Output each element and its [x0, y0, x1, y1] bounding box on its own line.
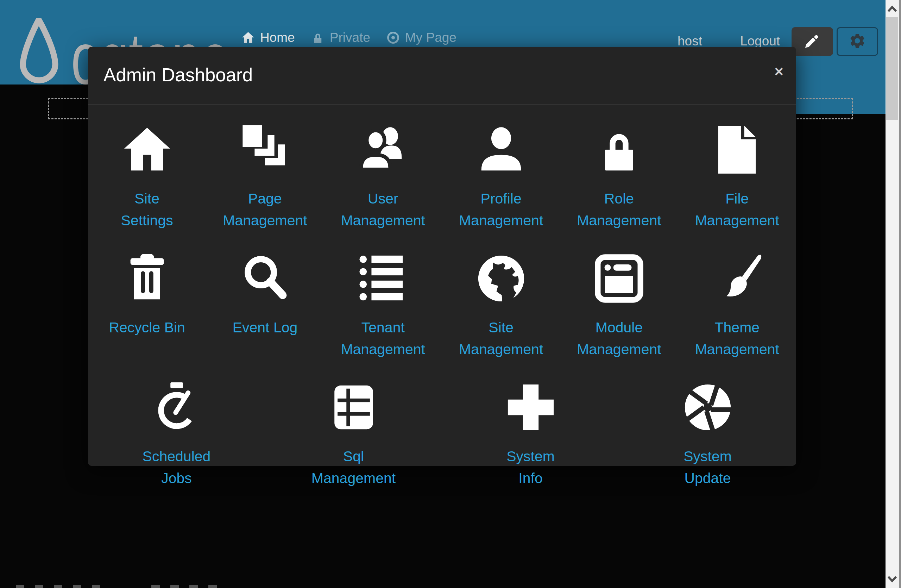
- admin-tile-recycle-bin[interactable]: Recycle Bin: [88, 249, 206, 362]
- tile-label: Event Log: [233, 317, 298, 338]
- tile-label-line: Site: [121, 188, 173, 209]
- admin-tile-file-management[interactable]: FileManagement: [678, 120, 796, 234]
- pencil-icon: [804, 33, 820, 50]
- tile-label-line: System: [507, 445, 555, 467]
- main-nav: Home Private My Page: [242, 30, 457, 45]
- tile-label-line: Management: [577, 338, 661, 360]
- tile-label-line: File: [695, 188, 779, 209]
- gear-icon: [848, 32, 866, 51]
- tile-row: SiteSettings PageManagement UserManageme…: [88, 104, 796, 234]
- admin-tile-scheduled-jobs[interactable]: ScheduledJobs: [88, 378, 265, 491]
- tile-label-line: Tenant: [341, 317, 425, 338]
- home-icon: [121, 120, 173, 179]
- admin-tile-grid: SiteSettings PageManagement UserManageme…: [88, 104, 796, 491]
- tile-row: ScheduledJobs SqlManagementSystemInfo: [88, 362, 796, 491]
- admin-tile-tenant-management[interactable]: TenantManagement: [324, 249, 442, 362]
- tile-label: ProfileManagement: [459, 188, 543, 231]
- plus-icon: [505, 378, 557, 437]
- lock-icon: [593, 120, 645, 179]
- brush-icon: [711, 249, 763, 308]
- modal-header: Admin Dashboard ×: [88, 47, 796, 104]
- admin-tile-module-management[interactable]: ModuleManagement: [560, 249, 678, 362]
- admin-tile-system-info[interactable]: SystemInfo: [442, 378, 619, 491]
- tile-label-line: Scheduled: [143, 445, 211, 467]
- tile-label-line: Jobs: [143, 467, 211, 489]
- tile-label-line: Management: [695, 209, 779, 231]
- lock-icon: [311, 31, 324, 44]
- tile-label-line: Management: [223, 209, 307, 231]
- tile-label: ModuleManagement: [577, 317, 661, 360]
- tile-label-line: Management: [577, 209, 661, 231]
- window-icon: [593, 249, 645, 308]
- file-icon: [711, 120, 763, 179]
- admin-tile-system-update[interactable]: SystemUpdate: [619, 378, 796, 491]
- timer-icon: [151, 378, 203, 437]
- admin-tile-sql-management[interactable]: SqlManagement: [265, 378, 442, 491]
- scroll-up-icon[interactable]: [885, 1, 899, 17]
- globe-icon: [475, 249, 527, 308]
- tile-label: PageManagement: [223, 188, 307, 231]
- admin-tile-user-management[interactable]: UserManagement: [324, 120, 442, 234]
- shutter-icon: [682, 378, 734, 437]
- admin-tile-site-settings[interactable]: SiteSettings: [88, 120, 206, 234]
- admin-tile-profile-management[interactable]: ProfileManagement: [442, 120, 560, 234]
- scroll-down-icon[interactable]: [885, 571, 899, 587]
- tile-label: SystemUpdate: [683, 445, 732, 489]
- nav-item-label: My Page: [405, 30, 457, 45]
- tile-label-line: Management: [341, 338, 425, 360]
- admin-dashboard-modal: Admin Dashboard × SiteSettings PageManag…: [88, 47, 796, 466]
- admin-tile-theme-management[interactable]: ThemeManagement: [678, 249, 796, 362]
- nav-item-label: Private: [330, 30, 370, 45]
- tile-label: UserManagement: [341, 188, 425, 231]
- clipped-bottom-content: [16, 585, 106, 588]
- tile-label-line: Page: [223, 188, 307, 209]
- tile-label-line: Sql: [312, 445, 396, 467]
- logout-link[interactable]: Logout: [740, 34, 780, 48]
- tile-label-line: Profile: [459, 188, 543, 209]
- tile-label-line: Recycle Bin: [109, 317, 185, 338]
- tile-label-line: Management: [341, 209, 425, 231]
- tile-label: TenantManagement: [341, 317, 425, 360]
- tile-label-line: System: [683, 445, 732, 467]
- nav-item-label: Home: [260, 30, 295, 45]
- tile-label-line: Management: [459, 209, 543, 231]
- trash-icon: [121, 249, 173, 308]
- close-icon[interactable]: ×: [774, 64, 783, 79]
- scrollbar-thumb[interactable]: [886, 17, 898, 120]
- tile-label: SqlManagement: [312, 445, 396, 489]
- tile-label-line: Update: [683, 467, 732, 489]
- tile-row: Recycle Bin Event Log TenantManagement S…: [88, 234, 796, 362]
- tile-label-line: Site: [459, 317, 543, 338]
- host-link[interactable]: host: [678, 34, 702, 48]
- tile-label: SiteSettings: [121, 188, 173, 231]
- edit-mode-button[interactable]: [792, 27, 833, 56]
- modal-title: Admin Dashboard: [103, 47, 253, 103]
- admin-tile-event-log[interactable]: Event Log: [206, 249, 324, 362]
- tile-label-line: Role: [577, 188, 661, 209]
- tile-label: FileManagement: [695, 188, 779, 231]
- home-icon: [242, 31, 255, 44]
- admin-tile-role-management[interactable]: RoleManagement: [560, 120, 678, 234]
- page: oqtane Home Private My Page hostLogout: [0, 0, 901, 588]
- vertical-scrollbar[interactable]: [885, 0, 901, 588]
- tile-label-line: Event Log: [233, 317, 298, 338]
- tile-label-line: Management: [695, 338, 779, 360]
- nav-item-my-page[interactable]: My Page: [387, 30, 457, 45]
- tile-label: RoleManagement: [577, 188, 661, 231]
- admin-tile-page-management[interactable]: PageManagement: [206, 120, 324, 234]
- clipped-bottom-content: [151, 585, 227, 588]
- target-icon: [387, 31, 400, 44]
- user-links: hostLogout: [678, 34, 780, 48]
- nav-item-home[interactable]: Home: [242, 30, 295, 45]
- tile-label-line: Settings: [121, 209, 173, 231]
- tile-label: ScheduledJobs: [143, 445, 211, 489]
- tile-label-line: User: [341, 188, 425, 209]
- tile-label-line: Management: [312, 467, 396, 489]
- search-icon: [239, 249, 291, 308]
- person-icon: [475, 120, 527, 179]
- pages-icon: [239, 120, 291, 179]
- users-icon: [357, 120, 409, 179]
- control-panel-button[interactable]: [837, 27, 878, 56]
- nav-item-private[interactable]: Private: [311, 30, 370, 45]
- admin-tile-site-management[interactable]: SiteManagement: [442, 249, 560, 362]
